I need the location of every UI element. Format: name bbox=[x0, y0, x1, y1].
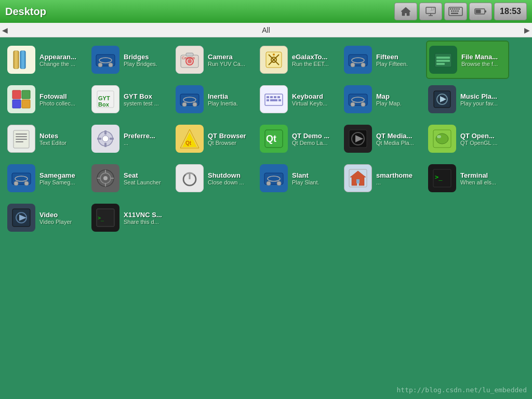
home-button[interactable] bbox=[394, 3, 417, 20]
svg-rect-80 bbox=[104, 130, 107, 135]
app-icon-10 bbox=[344, 85, 372, 113]
app-item-gyt-box[interactable]: GYT Box GYT Boxsystem test ... bbox=[89, 80, 172, 118]
app-desc-20: Close down ... bbox=[208, 179, 255, 185]
app-text-7: GYT Boxsystem test ... bbox=[124, 92, 170, 107]
display-button[interactable] bbox=[419, 3, 442, 20]
app-desc-11: Play your fav... bbox=[460, 100, 507, 107]
app-text-0: Appearan...Change the ... bbox=[39, 53, 86, 67]
svg-point-101 bbox=[103, 176, 108, 180]
app-item-keyboard[interactable]: KeyboardVirtual Keyb... bbox=[258, 80, 341, 118]
app-desc-19: Seat Launcher bbox=[124, 179, 170, 185]
app-text-16: QT Media...Qt Media Pla... bbox=[376, 132, 423, 146]
app-desc-15: Qt Demo La... bbox=[292, 140, 339, 146]
app-text-24: VideoVideo Player bbox=[39, 211, 86, 225]
app-desc-18: Play Sameg... bbox=[39, 179, 86, 185]
app-item-qt-demo----[interactable]: Qt QT Demo ...Qt Demo La... bbox=[258, 119, 341, 158]
navbar: ◀ All ▶ bbox=[0, 23, 532, 37]
app-icon-25: >_ bbox=[91, 204, 119, 232]
nav-left-arrow[interactable]: ◀ bbox=[2, 26, 8, 34]
svg-line-5 bbox=[431, 10, 432, 11]
app-icon-16 bbox=[344, 125, 372, 153]
svg-point-109 bbox=[267, 181, 271, 185]
svg-rect-18 bbox=[485, 10, 486, 12]
app-text-4: FifteenPlay Fifteen. bbox=[376, 53, 423, 67]
app-item-samegame[interactable]: SamegamePlay Sameg... bbox=[5, 159, 88, 197]
svg-rect-12 bbox=[451, 10, 453, 12]
battery-button[interactable] bbox=[469, 3, 492, 20]
app-item-fifteen[interactable]: FifteenPlay Fifteen. bbox=[342, 41, 425, 79]
app-name-21: Slant bbox=[292, 171, 339, 179]
svg-point-97 bbox=[24, 181, 29, 185]
app-name-24: Video bbox=[39, 211, 86, 219]
app-desc-24: Video Player bbox=[39, 219, 86, 225]
app-name-13: Preferre... bbox=[124, 132, 170, 140]
app-icon-23: >_ bbox=[428, 164, 456, 192]
app-item-qt-open---[interactable]: QT Open...QT OpenGL ... bbox=[426, 119, 509, 158]
app-name-0: Appearan... bbox=[39, 53, 86, 61]
app-item-appearan---[interactable]: Appearan...Change the ... bbox=[5, 41, 88, 79]
svg-rect-48 bbox=[12, 100, 21, 108]
app-item-terminal[interactable]: >_ TerminalWhen all els... bbox=[426, 159, 509, 197]
app-icon-19 bbox=[91, 164, 119, 192]
app-item-seat[interactable]: SeatSeat Launcher bbox=[89, 159, 172, 197]
app-desc-8: Play Inertia. bbox=[208, 100, 255, 107]
header-bar: Desktop bbox=[0, 0, 532, 23]
footer-url: http://blog.csdn.net/lu_embedded bbox=[397, 386, 527, 394]
app-name-11: Music Pla... bbox=[460, 92, 507, 100]
app-item-camera[interactable]: Camera CameraRun YUV Ca... bbox=[174, 41, 257, 79]
app-name-14: QT Browser bbox=[208, 132, 255, 140]
svg-rect-76 bbox=[16, 139, 27, 140]
svg-point-110 bbox=[277, 181, 281, 185]
app-icon-15: Qt bbox=[260, 125, 288, 153]
app-text-14: QT BrowserQt Browser bbox=[208, 132, 255, 146]
app-item-preferre---[interactable]: Preferre...... bbox=[89, 119, 172, 158]
app-icon-11 bbox=[428, 85, 456, 113]
app-name-12: Notes bbox=[39, 132, 86, 140]
app-item-qt-media---[interactable]: QT Media...Qt Media Pla... bbox=[342, 119, 425, 158]
app-name-7: GYT Box bbox=[124, 92, 170, 100]
app-name-2: Camera bbox=[208, 53, 255, 61]
svg-rect-47 bbox=[22, 90, 30, 99]
app-item-qt-browser[interactable]: Qt QT BrowserQt Browser bbox=[174, 119, 257, 158]
app-text-3: eGalaxTo...Run the EET... bbox=[292, 53, 339, 67]
app-icon-14: Qt bbox=[176, 125, 204, 153]
app-item-smarthome[interactable]: smarthome... bbox=[342, 159, 425, 197]
app-item-shutdown[interactable]: ShutdownClose down ... bbox=[174, 159, 257, 197]
app-desc-4: Play Fifteen. bbox=[376, 61, 423, 67]
svg-rect-7 bbox=[450, 8, 451, 10]
app-item-map[interactable]: MapPlay Map. bbox=[342, 80, 425, 118]
app-desc-1: Play Bridges. bbox=[124, 61, 170, 67]
app-icon-20 bbox=[176, 164, 204, 192]
app-icon-0 bbox=[7, 46, 35, 74]
app-item-egalaxto---[interactable]: eGalaxTo...Run the EET... bbox=[258, 41, 341, 79]
svg-rect-46 bbox=[12, 90, 21, 99]
app-item-music-pla---[interactable]: Music Pla...Play your fav... bbox=[426, 80, 509, 118]
svg-point-4 bbox=[432, 8, 434, 10]
keyboard-button[interactable] bbox=[444, 3, 467, 20]
app-item-fotowall[interactable]: FotowallPhoto collec... bbox=[5, 80, 88, 118]
app-name-4: Fifteen bbox=[376, 53, 423, 61]
svg-rect-10 bbox=[456, 8, 458, 10]
svg-point-25 bbox=[98, 63, 102, 67]
app-item-inertia[interactable]: InertiaPlay Inertia. bbox=[174, 80, 257, 118]
app-text-21: SlantPlay Slant. bbox=[292, 171, 339, 185]
app-item-video[interactable]: VideoVideo Player bbox=[5, 198, 88, 237]
app-desc-21: Play Slant. bbox=[292, 179, 339, 185]
app-text-13: Preferre...... bbox=[124, 132, 170, 146]
display-icon bbox=[425, 6, 436, 17]
app-name-23: Terminal bbox=[460, 171, 507, 179]
nav-label: All bbox=[262, 26, 270, 34]
app-item-slant[interactable]: SlantPlay Slant. bbox=[258, 159, 341, 197]
nav-right-arrow[interactable]: ▶ bbox=[524, 26, 530, 34]
svg-rect-61 bbox=[277, 96, 280, 98]
app-item-notes[interactable]: NotesText Editor bbox=[5, 119, 88, 158]
svg-rect-62 bbox=[267, 99, 269, 101]
keyboard-icon bbox=[448, 7, 463, 16]
app-desc-6: Photo collec... bbox=[39, 100, 86, 107]
app-item-file-mana---[interactable]: File Mana...Browse the f... bbox=[426, 41, 509, 79]
app-desc-23: When all els... bbox=[460, 179, 507, 185]
app-item-bridges[interactable]: BridgesPlay Bridges. bbox=[89, 41, 172, 79]
svg-rect-21 bbox=[15, 51, 18, 69]
app-item-x11vnc-s---[interactable]: >_ X11VNC S...Share this d... bbox=[89, 198, 172, 237]
app-text-10: MapPlay Map. bbox=[376, 92, 423, 107]
